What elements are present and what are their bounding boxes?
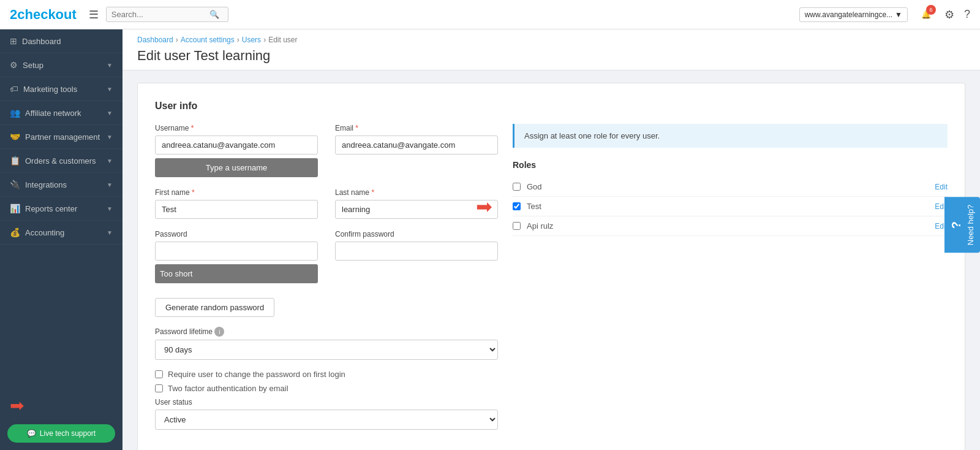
roles-panel: Assign at least one role for every user.… bbox=[513, 124, 948, 442]
role-apirulz-checkbox[interactable] bbox=[513, 222, 521, 230]
account-selector[interactable]: www.avangatelearningce... ▼ bbox=[799, 7, 908, 22]
support-icon: 💬 bbox=[27, 429, 36, 438]
top-right-controls: www.avangatelearningce... ▼ 🔔 6 ⚙ ? bbox=[799, 6, 970, 23]
top-navigation: 2checkout ☰ 🔍 www.avangatelearningce... … bbox=[0, 0, 980, 29]
two-factor-row: Two factor authentication by email bbox=[155, 384, 498, 393]
setup-icon: ⚙ bbox=[10, 60, 18, 70]
sidebar-item-partner-management[interactable]: 🤝 Partner management ▼ bbox=[0, 125, 123, 149]
sidebar-item-affiliate-network[interactable]: 👥 Affiliate network ▼ bbox=[0, 101, 123, 125]
confirm-password-col: Confirm password bbox=[335, 230, 498, 283]
sidebar-item-label: Reports center bbox=[25, 204, 77, 213]
breadcrumb-dashboard[interactable]: Dashboard bbox=[137, 36, 173, 44]
sidebar-item-setup[interactable]: ⚙ Setup ▼ bbox=[0, 53, 123, 77]
type-username-button[interactable]: Type a username bbox=[155, 158, 318, 177]
two-factor-checkbox[interactable] bbox=[155, 384, 163, 392]
role-god-checkbox[interactable] bbox=[513, 183, 521, 191]
password-lifetime-label: Password lifetime i bbox=[155, 327, 498, 337]
breadcrumb-users[interactable]: Users bbox=[242, 36, 261, 44]
affiliate-icon: 👥 bbox=[10, 108, 20, 118]
name-row: First name * Last name * bbox=[155, 188, 498, 219]
sidebar-item-marketing-tools[interactable]: 🏷 Marketing tools ▼ bbox=[0, 77, 123, 101]
firstname-col: First name * bbox=[155, 188, 318, 219]
red-arrow-roles: ➡ bbox=[476, 195, 492, 218]
require-change-label: Require user to change the password on f… bbox=[168, 370, 345, 379]
sidebar-item-label: Marketing tools bbox=[23, 85, 77, 94]
email-label: Email * bbox=[335, 124, 498, 132]
role-row-test: Test ➡ Edit bbox=[513, 197, 948, 216]
sidebar-item-integrations[interactable]: 🔌 Integrations ▼ bbox=[0, 173, 123, 197]
main-layout: ⊞ Dashboard ⚙ Setup ▼ 🏷 Marketing tools … bbox=[0, 29, 980, 450]
left-col: Username * Type a username Email * bbox=[155, 124, 498, 442]
notification-button[interactable]: 🔔 6 bbox=[918, 6, 935, 23]
help-icon[interactable]: ? bbox=[964, 8, 970, 21]
generate-btn-row: Generate random password bbox=[155, 294, 498, 317]
generate-password-button[interactable]: Generate random password bbox=[155, 298, 274, 317]
search-input[interactable] bbox=[111, 10, 209, 19]
breadcrumb-account-settings[interactable]: Account settings bbox=[181, 36, 235, 44]
require-change-row: Require user to change the password on f… bbox=[155, 370, 498, 379]
sidebar: ⊞ Dashboard ⚙ Setup ▼ 🏷 Marketing tools … bbox=[0, 29, 123, 450]
sidebar-item-dashboard[interactable]: ⊞ Dashboard bbox=[0, 29, 123, 53]
chevron-icon: ▼ bbox=[107, 62, 113, 69]
role-row-apirulz: Api rulz Edit bbox=[513, 216, 948, 236]
username-label: Username * bbox=[155, 124, 318, 132]
breadcrumb-sep: › bbox=[176, 36, 178, 44]
breadcrumb-current: Edit user bbox=[268, 36, 297, 44]
search-icon: 🔍 bbox=[209, 10, 219, 19]
password-lifetime-select[interactable]: 90 days 30 days 60 days Never expires bbox=[155, 340, 498, 360]
role-god-name: God bbox=[527, 182, 935, 191]
info-icon[interactable]: i bbox=[214, 327, 224, 337]
lastname-required: * bbox=[369, 188, 374, 197]
user-status-select[interactable]: Active Inactive bbox=[155, 410, 498, 430]
email-required: * bbox=[353, 124, 358, 132]
sidebar-item-label: Partner management bbox=[25, 132, 100, 142]
lastname-input[interactable] bbox=[335, 200, 498, 219]
password-col: Password Too short bbox=[155, 230, 318, 283]
password-input[interactable] bbox=[155, 242, 318, 261]
breadcrumb-sep: › bbox=[237, 36, 239, 44]
orders-icon: 📋 bbox=[10, 156, 20, 166]
need-help-question: ? bbox=[949, 221, 963, 229]
roles-title: Roles bbox=[513, 160, 948, 170]
role-apirulz-name: Api rulz bbox=[527, 221, 935, 231]
user-status-row: User status Active Inactive bbox=[155, 398, 498, 430]
firstname-required: * bbox=[190, 188, 195, 197]
sidebar-item-orders-customers[interactable]: 📋 Orders & customers ▼ bbox=[0, 149, 123, 173]
hamburger-menu[interactable]: ☰ bbox=[89, 8, 99, 21]
role-row-god: God Edit bbox=[513, 177, 948, 197]
search-box: 🔍 bbox=[106, 7, 228, 22]
partner-icon: 🤝 bbox=[10, 132, 20, 142]
require-change-checkbox[interactable] bbox=[155, 370, 163, 378]
username-input[interactable] bbox=[155, 135, 318, 154]
chevron-icon: ▼ bbox=[107, 86, 113, 93]
chevron-icon: ▼ bbox=[107, 205, 113, 212]
lastname-col: Last name * bbox=[335, 188, 498, 219]
app-logo: 2checkout bbox=[10, 7, 77, 23]
firstname-input[interactable] bbox=[155, 200, 318, 219]
chevron-icon: ▼ bbox=[107, 158, 113, 164]
sidebar-item-reports-center[interactable]: 📊 Reports center ▼ bbox=[0, 197, 123, 221]
confirm-password-input[interactable] bbox=[335, 242, 498, 261]
password-label: Password bbox=[155, 230, 318, 238]
password-lifetime-row: Password lifetime i 90 days 30 days 60 d… bbox=[155, 327, 498, 360]
chevron-icon: ▼ bbox=[107, 134, 113, 140]
two-factor-label: Two factor authentication by email bbox=[168, 384, 288, 393]
content-area: Dashboard › Account settings › Users › E… bbox=[123, 29, 980, 450]
chevron-icon: ▼ bbox=[107, 181, 113, 188]
email-input[interactable] bbox=[335, 135, 498, 154]
lastname-label: Last name * bbox=[335, 188, 498, 197]
integrations-icon: 🔌 bbox=[10, 180, 20, 189]
username-required: * bbox=[189, 124, 194, 132]
page-title: Edit user Test learning bbox=[137, 48, 965, 64]
need-help-panel[interactable]: ? Need help? bbox=[944, 197, 980, 253]
settings-icon[interactable]: ⚙ bbox=[944, 8, 954, 21]
role-test-checkbox[interactable] bbox=[513, 202, 521, 210]
chevron-icon: ▼ bbox=[107, 110, 113, 116]
sidebar-item-label: Accounting bbox=[25, 228, 64, 237]
breadcrumb-bar: Dashboard › Account settings › Users › E… bbox=[123, 29, 980, 71]
live-support-button[interactable]: 💬 Live tech support bbox=[7, 424, 115, 443]
password-row: Password Too short Confirm password bbox=[155, 230, 498, 283]
sidebar-item-accounting[interactable]: 💰 Accounting ▼ bbox=[0, 221, 123, 245]
role-god-edit[interactable]: Edit bbox=[935, 183, 948, 191]
red-arrow-annotation: ➡ bbox=[10, 397, 24, 414]
